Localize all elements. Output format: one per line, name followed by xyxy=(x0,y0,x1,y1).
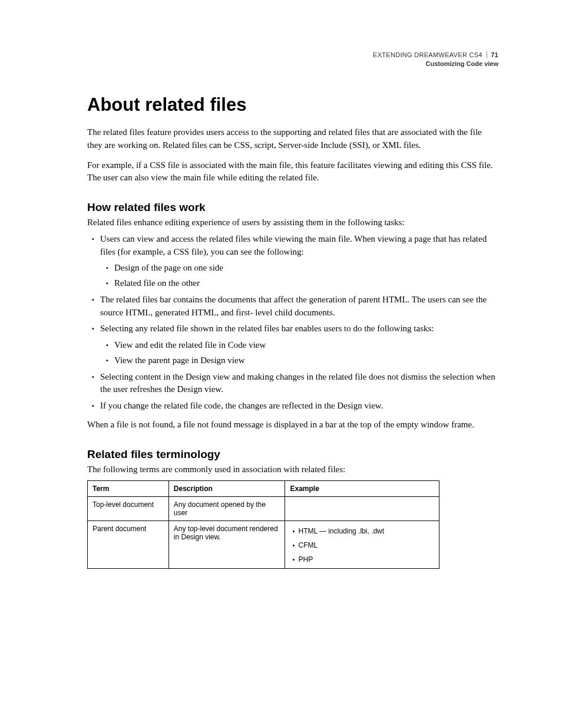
cell-example: HTML — including .lbi, .dwt CFML PHP xyxy=(285,521,439,569)
page-number: 71 xyxy=(487,51,498,58)
sub-list: View and edit the related file in Code v… xyxy=(100,339,498,367)
list-item-text: Selecting any related file shown in the … xyxy=(100,324,434,333)
table-header-row: Term Description Example xyxy=(88,481,439,497)
how-tail: When a file is not found, a file not fou… xyxy=(87,419,498,431)
how-heading: How related files work xyxy=(87,201,498,214)
list-item: Related file on the other xyxy=(112,277,498,290)
terminology-lead: The following terms are commonly used in… xyxy=(87,463,498,476)
list-item: The related files bar contains the docum… xyxy=(98,294,498,319)
list-item: CFML xyxy=(298,541,434,549)
list-item: If you change the related file code, the… xyxy=(98,400,498,413)
page-title: About related files xyxy=(87,94,498,116)
col-term: Term xyxy=(88,481,169,497)
cell-desc: Any top-level document rendered in Desig… xyxy=(168,521,285,569)
cell-desc: Any document opened by the user xyxy=(168,497,285,521)
cell-term: Top-level document xyxy=(88,497,169,521)
sub-list: Design of the page on one side Related f… xyxy=(100,262,498,290)
table-row: Top-level document Any document opened b… xyxy=(88,497,439,521)
how-lead: Related files enhance editing experience… xyxy=(87,216,498,229)
list-item-text: Users can view and access the related fi… xyxy=(100,234,487,256)
section-name: Customizing Code view xyxy=(373,60,498,68)
terminology-table: Term Description Example Top-level docum… xyxy=(87,480,439,569)
list-item: View the parent page in Design view xyxy=(112,354,498,367)
list-item: Design of the page on one side xyxy=(112,262,498,275)
cell-example xyxy=(285,497,439,521)
doc-title: EXTENDING DREAMWEAVER CS4 xyxy=(373,51,482,58)
col-example: Example xyxy=(285,481,439,497)
intro-paragraph-2: For example, if a CSS file is associated… xyxy=(87,159,498,185)
example-list: HTML — including .lbi, .dwt CFML PHP xyxy=(290,527,434,564)
list-item: PHP xyxy=(298,555,434,564)
list-item: Users can view and access the related fi… xyxy=(98,233,498,290)
cell-term: Parent document xyxy=(88,521,169,569)
list-item: HTML — including .lbi, .dwt xyxy=(298,527,434,535)
intro-paragraph-1: The related files feature provides users… xyxy=(87,126,498,152)
how-list: Users can view and access the related fi… xyxy=(87,233,498,413)
terminology-heading: Related files terminology xyxy=(87,448,498,461)
running-header: EXTENDING DREAMWEAVER CS4 71 Customizing… xyxy=(373,51,498,68)
col-description: Description xyxy=(168,481,285,497)
list-item: View and edit the related file in Code v… xyxy=(112,339,498,352)
table-row: Parent document Any top-level document r… xyxy=(88,521,439,569)
page: EXTENDING DREAMWEAVER CS4 71 Customizing… xyxy=(0,0,562,728)
list-item: Selecting content in the Design view and… xyxy=(98,371,498,397)
list-item: Selecting any related file shown in the … xyxy=(98,322,498,367)
